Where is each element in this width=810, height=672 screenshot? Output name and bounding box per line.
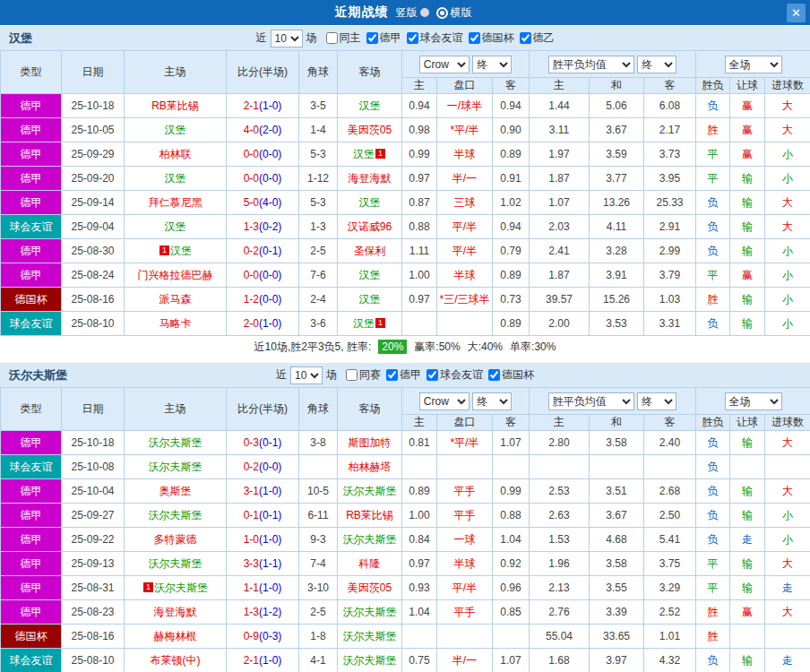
col-handicap: 盘口 bbox=[437, 78, 493, 94]
away-team: 柏林赫塔 bbox=[338, 455, 402, 479]
corners: 10-5 bbox=[299, 479, 338, 504]
filter-球会友谊[interactable]: 球会友谊 bbox=[407, 30, 463, 46]
team-name-text: 布莱顿(中) bbox=[151, 654, 201, 667]
home-team: 汉堡 bbox=[125, 167, 227, 191]
close-button[interactable]: ✕ bbox=[787, 4, 806, 22]
filter-同主[interactable]: 同主 bbox=[326, 30, 361, 46]
filter-德国杯[interactable]: 德国杯 bbox=[469, 30, 514, 46]
avg-draw-odds: 3.67 bbox=[590, 118, 644, 142]
corners: 5-3 bbox=[299, 191, 338, 215]
scope-select[interactable]: 全场 bbox=[725, 56, 782, 73]
corners: 1-3 bbox=[299, 215, 338, 239]
col-type: 类型 bbox=[1, 51, 62, 94]
match-row: 德甲25-08-311沃尔夫斯堡1-1(1-0)3-10美因茨050.93平/半… bbox=[1, 576, 810, 600]
league-type: 球会友谊 bbox=[1, 649, 62, 672]
handicap-result bbox=[730, 625, 765, 649]
filter-同赛[interactable]: 同赛 bbox=[346, 367, 381, 383]
mean-group-header: 胜平负均值 终 bbox=[530, 51, 696, 78]
handicap-result: 输 bbox=[730, 479, 765, 504]
team-name: 汉堡 bbox=[9, 30, 32, 47]
match-result: 负 bbox=[696, 528, 730, 552]
handicap bbox=[437, 625, 493, 649]
stat-text: 单率:30% bbox=[510, 340, 556, 355]
handicap: 平/半 bbox=[437, 239, 493, 263]
layout-option-horizontal[interactable]: 横版 bbox=[436, 5, 472, 21]
col-let: 让球 bbox=[730, 78, 765, 94]
away-team: 汉堡 bbox=[338, 288, 402, 312]
mean-final-select[interactable]: 终 bbox=[637, 392, 676, 410]
match-count-select[interactable]: 10 bbox=[271, 30, 303, 47]
league-type: 球会友谊 bbox=[1, 312, 62, 336]
full-score: 0-2 bbox=[244, 245, 259, 257]
goals-result: 小 bbox=[765, 528, 810, 552]
filter-checkbox[interactable] bbox=[386, 369, 398, 381]
team-name-text: 汉堡 bbox=[165, 220, 186, 233]
avg-away-odds: 2.40 bbox=[644, 431, 696, 455]
team-name-text: 圣保利 bbox=[354, 245, 386, 257]
avg-away-odds: 25.33 bbox=[644, 191, 696, 215]
odds-source-select[interactable]: Crow bbox=[419, 56, 470, 73]
filter-label: 德甲 bbox=[400, 367, 421, 383]
filter-checkbox[interactable] bbox=[326, 32, 338, 44]
mean-odds-select[interactable]: 胜平负均值 bbox=[548, 56, 634, 73]
avg-home-odds: 1.87 bbox=[530, 263, 590, 288]
home-team: 海登海默 bbox=[125, 600, 227, 625]
home-odds: 0.93 bbox=[402, 576, 437, 600]
score: 0-2(0-0) bbox=[227, 455, 299, 479]
goals-result bbox=[765, 625, 810, 649]
match-date: 25-08-23 bbox=[62, 600, 125, 625]
odds-source-select[interactable]: Crow bbox=[419, 392, 470, 410]
team-name-text: 沃尔夫斯堡 bbox=[343, 606, 397, 618]
odds-final-select[interactable]: 终 bbox=[472, 56, 512, 73]
odds-final-select[interactable]: 终 bbox=[472, 392, 512, 410]
half-score: (1-0) bbox=[259, 99, 281, 112]
score: 4-0(2-0) bbox=[227, 118, 299, 142]
filter-checkbox[interactable] bbox=[346, 369, 358, 381]
home-team: 柏林联 bbox=[125, 142, 227, 167]
layout-option-vertical[interactable]: 竖版 bbox=[396, 5, 429, 21]
league-type: 德甲 bbox=[1, 118, 62, 142]
match-rows-body: 德甲25-10-18RB莱比锡2-1(1-0)3-5汉堡0.94一/球半0.94… bbox=[1, 94, 810, 336]
avg-home-odds: 1.97 bbox=[530, 142, 590, 167]
league-type: 德甲 bbox=[1, 239, 62, 263]
scope-select[interactable]: 全场 bbox=[725, 392, 782, 410]
match-date: 25-08-31 bbox=[62, 576, 125, 600]
filter-checkbox[interactable] bbox=[488, 369, 500, 381]
handicap: 一/球半 bbox=[437, 94, 493, 118]
avg-home-odds: 2.13 bbox=[530, 576, 590, 600]
match-result: 负 bbox=[696, 455, 730, 479]
radio-unselected-icon[interactable] bbox=[420, 8, 429, 17]
handicap-result: 赢 bbox=[730, 118, 765, 142]
match-date: 25-08-30 bbox=[62, 239, 125, 263]
full-score: 0-1 bbox=[244, 509, 259, 521]
filter-checkbox[interactable] bbox=[427, 369, 438, 381]
match-date: 25-08-10 bbox=[62, 312, 125, 336]
radio-selected-icon[interactable] bbox=[436, 7, 448, 19]
scope-group-header: 全场 bbox=[696, 388, 810, 415]
avg-home-odds: 1.68 bbox=[530, 649, 590, 672]
filter-checkbox[interactable] bbox=[407, 32, 418, 44]
filter-德乙[interactable]: 德乙 bbox=[520, 30, 555, 46]
goals-result: 大 bbox=[765, 191, 810, 215]
match-count-select[interactable]: 10 bbox=[290, 366, 323, 384]
filter-checkbox[interactable] bbox=[520, 32, 531, 44]
mean-final-select[interactable]: 终 bbox=[637, 56, 676, 73]
mean-odds-select[interactable]: 胜平负均值 bbox=[548, 392, 634, 410]
goals-result: 小 bbox=[765, 167, 810, 191]
corners: 2-5 bbox=[299, 239, 338, 263]
team-name-text: 汉堡 bbox=[165, 172, 186, 185]
full-score: 2-1 bbox=[244, 99, 259, 112]
filter-德国杯[interactable]: 德国杯 bbox=[488, 367, 534, 383]
away-team: 汉堡1 bbox=[338, 312, 402, 336]
filter-德甲[interactable]: 德甲 bbox=[386, 367, 421, 383]
filter-checkbox[interactable] bbox=[366, 32, 378, 44]
col-mean-draw: 和 bbox=[590, 78, 644, 94]
filter-球会友谊[interactable]: 球会友谊 bbox=[427, 367, 483, 383]
league-type: 德甲 bbox=[1, 167, 62, 191]
match-row: 德甲25-08-23海登海默1-3(1-2)2-5沃尔夫斯堡1.04平手0.85… bbox=[1, 600, 810, 625]
match-row: 球会友谊25-08-10布莱顿(中)2-1(1-0)4-1沃尔夫斯堡0.75半/… bbox=[1, 649, 810, 672]
league-type: 德甲 bbox=[1, 600, 62, 625]
filter-德甲[interactable]: 德甲 bbox=[366, 30, 401, 46]
filter-checkbox[interactable] bbox=[469, 32, 480, 44]
red-card-badge: 1 bbox=[159, 246, 169, 255]
